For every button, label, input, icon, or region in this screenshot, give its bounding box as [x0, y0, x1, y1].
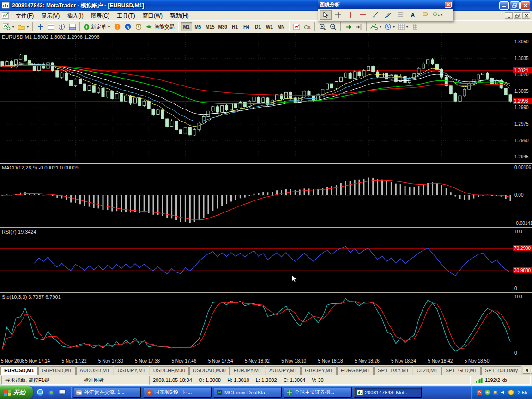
templates-dropdown-button[interactable]	[397, 22, 410, 32]
tab-spt-dxy-m1[interactable]: SPT_DXY,M1	[374, 366, 412, 375]
tab-usdchf-m30[interactable]: USDCHF,M30	[150, 366, 189, 375]
main-chart-pane[interactable]: EURUSD,M1 1.3002 1.3002 1.2996 1.2996 1.…	[0, 33, 532, 163]
cursor-tool-button[interactable]	[320, 10, 332, 20]
task-button-global-indices[interactable]: 全球主要证券指...	[284, 387, 352, 398]
tab-audjpy-m1[interactable]: AUDJPY,M1	[266, 366, 301, 375]
time-axis[interactable]: 5 Nov 20085 Nov 17:145 Nov 17:225 Nov 17…	[0, 357, 532, 365]
close-button[interactable]	[520, 1, 530, 10]
macd-pane[interactable]: MACD(12,26,9) -0.00021 0.00009 0.00106 0…	[0, 164, 532, 227]
task-button-forex-forum[interactable]: 外汇贵在交流, 1...	[73, 387, 141, 398]
price-axis[interactable]: 1.30501.30351.30201.30051.29901.29751.29…	[513, 33, 532, 163]
tray-icon[interactable]	[492, 389, 498, 395]
task-button-metatrader[interactable]: 2008147843: Met...	[354, 387, 422, 398]
tray-icon[interactable]	[477, 389, 483, 395]
menu-file[interactable]: 文件(F)	[12, 11, 37, 21]
grid-toggle-button[interactable]	[410, 22, 421, 32]
horizontal-line-tool-button[interactable]	[357, 10, 369, 20]
crosshair-tool-button[interactable]	[332, 10, 344, 20]
timeframe-m15-button[interactable]: M15	[204, 22, 216, 31]
tray-icon[interactable]	[484, 389, 490, 395]
timeframe-h1-button[interactable]: H1	[229, 22, 241, 31]
timeframe-d1-button[interactable]: D1	[252, 22, 264, 31]
menu-tools[interactable]: 工具(T)	[113, 11, 139, 21]
auto-scroll-button[interactable]	[343, 22, 354, 32]
child-restore-button[interactable]	[514, 12, 521, 19]
timeframe-mn-button[interactable]: MN	[275, 22, 287, 31]
minimize-button[interactable]	[499, 1, 509, 10]
palette-close-button[interactable]	[445, 2, 452, 8]
tab-audusd-m1[interactable]: AUDUSD,M1	[76, 366, 114, 375]
show-desktop-icon[interactable]	[58, 388, 67, 397]
news-button[interactable]: N	[122, 22, 133, 32]
fibonacci-tool-button[interactable]	[394, 10, 406, 20]
menu-charts[interactable]: 图表(C)	[87, 11, 114, 21]
timeframe-h4-button[interactable]: H4	[241, 22, 252, 31]
menu-insert[interactable]: 插入(I)	[63, 11, 87, 21]
status-bar: 寻求帮助, 请按F1键 标准图标 2008.11.05 18:34 O: 1.3…	[0, 375, 532, 386]
menu-window[interactable]: 窗口(W)	[139, 11, 166, 21]
timeframe-w1-button[interactable]: W1	[264, 22, 275, 31]
tab-eurgbp-m1[interactable]: EURGBP,M1	[337, 366, 374, 375]
tab-usdcad-m30[interactable]: USDCAD,M30	[189, 366, 230, 375]
tab-gbpusd-m1[interactable]: GBPUSD,M1	[38, 366, 76, 375]
navigator-button[interactable]	[56, 22, 67, 32]
time-axis-label: 5 Nov 17:38	[135, 358, 160, 363]
child-minimize-button[interactable]	[505, 12, 513, 19]
timeframe-m5-button[interactable]: M5	[192, 22, 204, 31]
line-studies-palette: 图线分析 A	[318, 0, 453, 21]
label-tool-button[interactable]	[419, 10, 431, 20]
vertical-line-tool-button[interactable]	[345, 10, 357, 20]
tab-clz8-m1[interactable]: CLZ8,M1	[413, 366, 441, 375]
expert-advisors-button[interactable]: 智能交易	[144, 22, 176, 32]
status-close: C: 1.3004	[284, 377, 306, 383]
timeframe-m30-button[interactable]: M30	[216, 22, 229, 31]
strategy-tester-button[interactable]: !	[112, 22, 122, 32]
text-tool-button[interactable]: A	[407, 10, 419, 20]
menu-view[interactable]: 显示(V)	[37, 11, 63, 21]
task-button-mgforex[interactable]: MGForex DealSta...	[213, 387, 282, 398]
channel-tool-button[interactable]	[382, 10, 394, 20]
rsi-pane[interactable]: RSI(7) 19.3424 100 0 70.2930 30.9880	[0, 228, 532, 292]
tab-spt-dji-daily[interactable]: SPT_DJI,Daily	[481, 366, 522, 375]
tab-eurjpy-m1[interactable]: EURJPY,M1	[230, 366, 265, 375]
task-button-ths549[interactable]: 同花顺549 - 同...	[143, 387, 212, 398]
rsi-label: RSI(7) 19.3424	[2, 229, 36, 235]
shapes-dropdown-button[interactable]	[432, 10, 444, 20]
rsi-axis: 100 0 70.2930 30.9880	[513, 228, 532, 292]
start-button[interactable]: 开始	[0, 386, 33, 399]
tray-icon[interactable]	[500, 389, 506, 395]
alerts-button[interactable]	[133, 22, 144, 32]
palette-title-bar[interactable]: 图线分析	[318, 0, 453, 9]
zoom-out-button[interactable]	[328, 22, 339, 32]
status-bar-time: 2008.11.05 18:34	[153, 377, 192, 383]
browser-icon[interactable]	[47, 388, 56, 397]
chart-shift-button[interactable]	[354, 22, 364, 32]
ie-icon[interactable]	[36, 388, 45, 397]
objects-list-button[interactable]	[302, 22, 313, 32]
tray-icon[interactable]	[508, 389, 514, 395]
dropdown-caret-icon	[406, 26, 409, 28]
tab-spt-gld-m1[interactable]: SPT_GLD,M1	[441, 366, 480, 375]
stochastic-pane[interactable]: Sto(10,3,3) 3.7037 6.7901 100 0	[0, 293, 532, 357]
new-chart-button[interactable]	[1, 22, 16, 32]
child-close-button[interactable]	[522, 12, 530, 19]
indicators-list-button[interactable]	[291, 22, 302, 32]
timeframe-m1-button[interactable]: M1	[181, 22, 192, 31]
tab-eurusd-m1[interactable]: EURUSD,M1	[0, 366, 38, 375]
restore-button[interactable]	[510, 1, 520, 10]
market-watch-button[interactable]	[35, 22, 46, 32]
trendline-tool-button[interactable]	[369, 10, 381, 20]
tab-gbpjpy-m1[interactable]: GBPJPY,M1	[301, 366, 336, 375]
menu-help[interactable]: 帮助(H)	[166, 11, 193, 21]
zoom-in-button[interactable]	[317, 22, 328, 32]
terminal-button[interactable]	[67, 22, 78, 32]
tab-scroll-left-button[interactable]	[523, 367, 530, 374]
add-indicator-button[interactable]	[369, 22, 383, 32]
new-order-button[interactable]: 新定单	[82, 22, 112, 32]
profiles-button[interactable]	[16, 22, 30, 32]
chart-window-icon	[2, 12, 10, 19]
connection-bars-icon	[475, 377, 483, 383]
periods-dropdown-button[interactable]	[383, 22, 397, 32]
data-window-button[interactable]	[46, 22, 56, 32]
tab-usdjpy-m1[interactable]: USDJPY,M1	[114, 366, 149, 375]
